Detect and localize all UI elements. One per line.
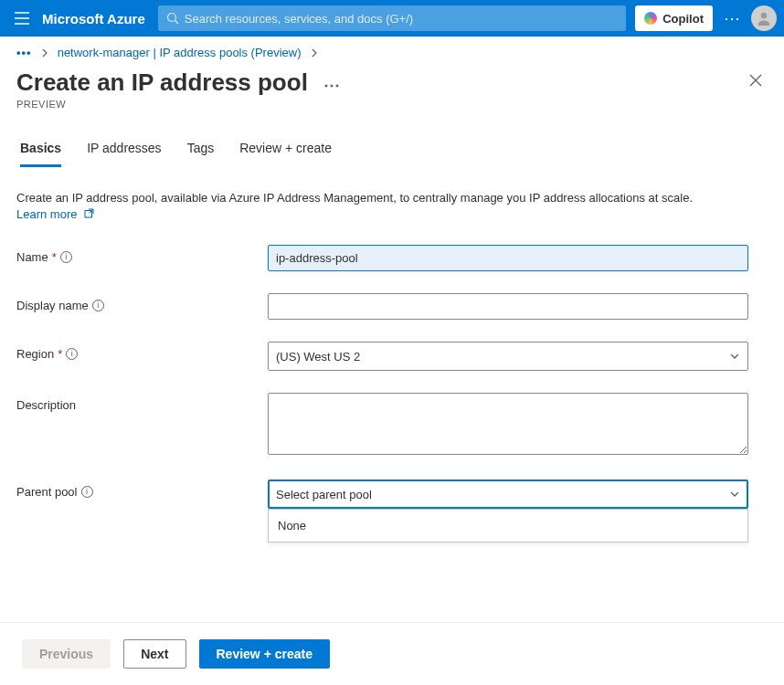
close-button[interactable] xyxy=(744,68,768,92)
chevron-right-icon xyxy=(41,48,48,58)
label-parent-pool: Parent pool i xyxy=(16,480,268,499)
info-icon[interactable]: i xyxy=(60,251,72,263)
required-marker: * xyxy=(58,347,62,361)
required-marker: * xyxy=(52,250,57,264)
learn-more-link[interactable]: Learn more xyxy=(16,207,94,221)
row-name: Name * i xyxy=(16,245,768,271)
close-icon xyxy=(749,74,762,87)
copilot-button[interactable]: Copilot xyxy=(635,5,713,31)
hamburger-icon xyxy=(15,12,29,25)
svg-line-4 xyxy=(175,21,178,25)
row-description: Description xyxy=(16,393,768,458)
form-body: Create an IP address pool, available via… xyxy=(0,168,784,622)
display-name-input[interactable] xyxy=(268,293,748,320)
label-region: Region * i xyxy=(16,342,268,361)
breadcrumb: ••• network-manager | IP address pools (… xyxy=(0,37,784,68)
search-icon xyxy=(166,12,179,25)
breadcrumb-link[interactable]: network-manager | IP address pools (Prev… xyxy=(58,46,302,59)
svg-point-3 xyxy=(167,14,175,22)
tab-review-create[interactable]: Review + create xyxy=(239,141,332,167)
row-parent-pool: Parent pool i Select parent pool None xyxy=(16,480,768,543)
person-icon xyxy=(756,10,772,26)
intro-text: Create an IP address pool, available via… xyxy=(16,190,768,223)
copilot-icon xyxy=(644,12,657,25)
tab-basics[interactable]: Basics xyxy=(20,141,61,167)
label-display-name: Display name i xyxy=(16,293,268,312)
row-display-name: Display name i xyxy=(16,293,768,320)
label-name: Name * i xyxy=(16,245,268,264)
info-icon[interactable]: i xyxy=(81,486,93,498)
hamburger-menu[interactable] xyxy=(7,12,37,25)
parent-pool-dropdown: None xyxy=(268,509,748,543)
parent-pool-placeholder: Select parent pool xyxy=(276,488,372,501)
next-button[interactable]: Next xyxy=(123,639,185,669)
label-description: Description xyxy=(16,393,268,412)
wizard-footer: Previous Next Review + create xyxy=(0,622,784,685)
previous-button: Previous xyxy=(22,639,111,669)
svg-point-5 xyxy=(761,13,767,18)
title-more-menu[interactable]: ⋯ xyxy=(323,76,340,94)
page-title: Create an IP address pool ⋯ xyxy=(16,68,340,97)
parent-pool-select[interactable]: Select parent pool xyxy=(268,480,748,509)
breadcrumb-overflow[interactable]: ••• xyxy=(16,46,32,59)
top-header: Microsoft Azure Search resources, servic… xyxy=(0,0,784,37)
description-input[interactable] xyxy=(268,393,748,455)
page-subtitle: PREVIEW xyxy=(16,99,340,110)
review-create-button[interactable]: Review + create xyxy=(199,639,330,669)
name-input[interactable] xyxy=(268,245,748,271)
copilot-label: Copilot xyxy=(662,12,704,26)
header-more-menu[interactable]: ⋯ xyxy=(713,8,751,28)
parent-pool-option-none[interactable]: None xyxy=(269,510,747,542)
search-placeholder: Search resources, services, and docs (G+… xyxy=(185,12,413,26)
chevron-right-icon xyxy=(311,48,318,58)
user-avatar[interactable] xyxy=(751,5,777,31)
page-title-row: Create an IP address pool ⋯ PREVIEW xyxy=(0,68,784,113)
tab-tags[interactable]: Tags xyxy=(187,141,215,167)
brand-label[interactable]: Microsoft Azure xyxy=(37,11,158,26)
chevron-down-icon xyxy=(729,489,740,500)
chevron-down-icon xyxy=(729,351,740,362)
info-icon[interactable]: i xyxy=(66,348,78,360)
tab-ip-addresses[interactable]: IP addresses xyxy=(87,141,161,167)
global-search[interactable]: Search resources, services, and docs (G+… xyxy=(158,5,626,31)
svg-line-9 xyxy=(90,209,94,214)
region-value: (US) West US 2 xyxy=(276,350,360,364)
info-icon[interactable]: i xyxy=(92,300,104,311)
tab-bar: Basics IP addresses Tags Review + create xyxy=(0,113,784,168)
row-region: Region * i (US) West US 2 xyxy=(16,342,768,371)
external-link-icon xyxy=(84,207,94,221)
region-select[interactable]: (US) West US 2 xyxy=(268,342,748,371)
